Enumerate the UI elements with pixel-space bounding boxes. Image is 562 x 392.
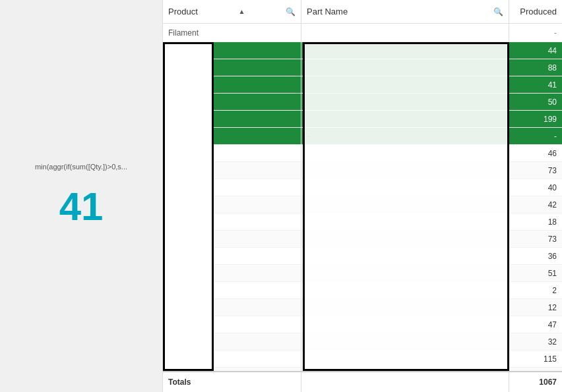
row-produced-cell: 2 — [509, 282, 562, 298]
row-product-cell: MASTER — [163, 213, 301, 230]
table-body: FARM44FARM88FARM41FARM50FARM199FARM--MAS… — [163, 42, 562, 371]
row-partname-cell — [301, 350, 509, 367]
search-partname-icon[interactable]: 🔍 — [493, 7, 503, 16]
row-produced-cell: 199 — [509, 111, 562, 127]
col-produced-header: Produced — [509, 0, 562, 23]
row-product-cell: MASTER — [163, 145, 301, 161]
row-partname-cell — [301, 145, 509, 161]
footer-partname — [301, 372, 509, 392]
table-row: MASTER2 — [163, 282, 562, 299]
row-product-cell: FARM — [163, 94, 301, 110]
row-produced-cell: 73 — [509, 231, 562, 247]
row-partname-cell — [301, 368, 509, 371]
row-produced-cell: 12 — [509, 299, 562, 316]
table-row: FARM199 — [163, 111, 562, 128]
table-footer: Totals 1067 — [163, 371, 562, 392]
row-product-cell: MASTER — [163, 299, 301, 316]
table-row: MASTER73 — [163, 162, 562, 179]
row-produced-cell: 32 — [509, 333, 562, 350]
partname-col-label: Part Name — [307, 7, 348, 16]
table-row: MASTER115 — [163, 350, 562, 368]
produced-col-label: Produced — [520, 7, 557, 16]
row-product-cell: MASTER — [163, 196, 301, 213]
main-table: Product ▲ 🔍 Part Name 🔍 Produced Filamen… — [162, 0, 562, 392]
sort-icon: ▲ — [238, 8, 245, 15]
filament-row: Filament - — [163, 24, 562, 42]
row-product-cell: FARM — [163, 111, 301, 127]
row-produced-cell: - — [509, 128, 562, 144]
table-row: MASTER51 — [163, 265, 562, 282]
table-row: MASTER18 — [163, 213, 562, 231]
table-row: MASTER32 — [163, 333, 562, 350]
row-partname-cell — [301, 299, 509, 316]
row-partname-cell — [301, 42, 509, 59]
row-produced-cell: 44 — [509, 42, 562, 59]
table-row: MASTER42 — [163, 196, 562, 213]
row-product-cell: FARM — [163, 42, 301, 59]
filament-label: Filament — [163, 24, 301, 42]
table-row: MASTER40 — [163, 179, 562, 196]
row-partname-cell — [301, 162, 509, 179]
totals-label: Totals — [163, 372, 301, 392]
table-row: MASTER36 — [163, 248, 562, 265]
table-row: MASTER33 — [163, 368, 562, 371]
row-partname-cell: - — [301, 128, 509, 144]
row-partname-cell — [301, 265, 509, 281]
row-produced-cell: 51 — [509, 265, 562, 281]
table-row: MASTER12 — [163, 299, 562, 316]
formula-label: min(aggr(if(sum([Qty.])>0,s... — [35, 163, 127, 171]
row-product-cell: MASTER — [163, 248, 301, 264]
table-row: MASTER47 — [163, 316, 562, 333]
row-partname-cell — [301, 231, 509, 247]
row-produced-cell: 36 — [509, 248, 562, 264]
row-product-cell: FARM — [163, 59, 301, 76]
row-product-cell: FARM — [163, 76, 301, 93]
row-partname-cell — [301, 196, 509, 213]
row-produced-cell: 115 — [509, 350, 562, 367]
row-produced-cell: 73 — [509, 162, 562, 179]
table-row: MASTER73 — [163, 231, 562, 248]
table-row: FARM50 — [163, 94, 562, 111]
row-product-cell: MASTER — [163, 316, 301, 333]
row-product-cell: MASTER — [163, 350, 301, 367]
row-produced-cell: 18 — [509, 213, 562, 230]
table-header: Product ▲ 🔍 Part Name 🔍 Produced — [163, 0, 562, 24]
row-partname-cell — [301, 76, 509, 93]
row-partname-cell — [301, 333, 509, 350]
col-product-header[interactable]: Product ▲ 🔍 — [163, 0, 301, 23]
row-product-cell: MASTER — [163, 179, 301, 196]
row-produced-cell: 33 — [509, 368, 562, 371]
row-product-cell: MASTER — [163, 162, 301, 179]
table-row: MASTER46 — [163, 145, 562, 162]
product-col-label: Product — [168, 7, 198, 16]
row-produced-cell: 40 — [509, 179, 562, 196]
table-row: FARM-- — [163, 128, 562, 145]
table-row: FARM41 — [163, 76, 562, 94]
search-product-icon[interactable]: 🔍 — [286, 7, 296, 16]
row-partname-cell — [301, 213, 509, 230]
row-partname-cell — [301, 316, 509, 333]
row-partname-cell — [301, 59, 509, 76]
filament-partname — [301, 24, 509, 42]
totals-value: 1067 — [509, 372, 562, 392]
row-partname-cell — [301, 94, 509, 110]
row-produced-cell: 88 — [509, 59, 562, 76]
col-partname-header[interactable]: Part Name 🔍 — [301, 0, 509, 23]
row-product-cell: MASTER — [163, 265, 301, 281]
table-row: FARM44 — [163, 42, 562, 59]
row-product-cell: MASTER — [163, 231, 301, 247]
row-product-cell: MASTER — [163, 282, 301, 298]
filament-produced: - — [509, 24, 562, 42]
kpi-value: 41 — [59, 184, 104, 229]
row-partname-cell — [301, 111, 509, 127]
left-panel: min(aggr(if(sum([Qty.])>0,s... 41 — [0, 0, 162, 392]
row-partname-cell — [301, 179, 509, 196]
table-row: FARM88 — [163, 59, 562, 76]
row-produced-cell: 47 — [509, 316, 562, 333]
row-produced-cell: 41 — [509, 76, 562, 93]
row-produced-cell: 50 — [509, 94, 562, 110]
row-partname-cell — [301, 282, 509, 298]
row-produced-cell: 42 — [509, 196, 562, 213]
row-produced-cell: 46 — [509, 145, 562, 161]
row-product-cell: MASTER — [163, 368, 301, 371]
